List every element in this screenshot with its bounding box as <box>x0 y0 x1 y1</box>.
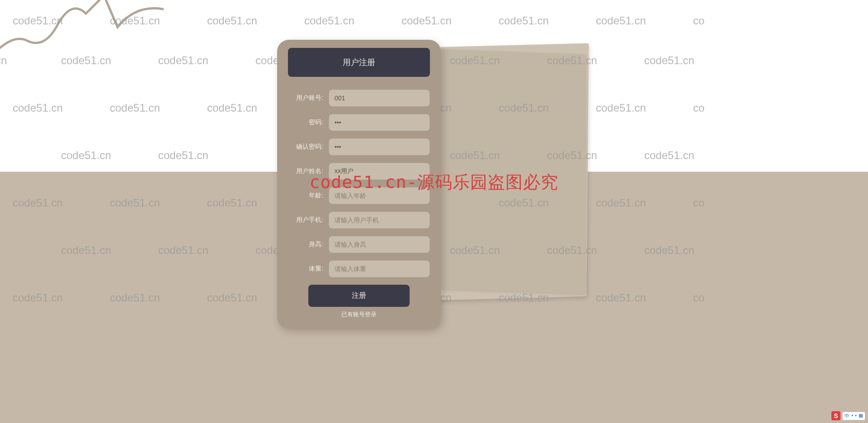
register-button[interactable]: 注册 <box>308 285 410 307</box>
ime-punct: • <box>851 413 853 419</box>
field-row-height: 身高: <box>288 236 430 253</box>
field-row-weight: 体重: <box>288 260 430 277</box>
label-password: 密码: <box>288 118 329 127</box>
input-height[interactable] <box>329 236 430 253</box>
input-confirm-password[interactable] <box>329 138 430 155</box>
field-row-age: 年龄: <box>288 187 430 204</box>
watermark-text: code51.cn <box>596 14 646 27</box>
label-confirm-password: 确认密码: <box>288 143 329 151</box>
label-weight: 体重: <box>288 265 329 273</box>
label-phone: 用户手机: <box>288 216 329 224</box>
watermark-text: code51.cn <box>13 102 63 114</box>
input-age[interactable] <box>329 187 430 204</box>
watermark-text: code51.cn <box>158 149 208 162</box>
ime-emoji: • <box>855 413 857 419</box>
watermark-text: code51.cn <box>207 14 257 27</box>
label-name: 用户姓名: <box>288 167 329 175</box>
field-row-name: 用户姓名: <box>288 163 430 180</box>
field-row-account: 用户账号: <box>288 89 430 107</box>
label-account: 用户账号: <box>288 94 329 102</box>
field-row-confirm: 确认密码: <box>288 138 430 155</box>
input-password[interactable] <box>329 114 430 131</box>
ime-lang: 中 <box>844 413 849 419</box>
watermark-text: code51.cn <box>110 102 160 114</box>
login-link[interactable]: 已有账号登录 <box>288 310 430 319</box>
watermark-text: code51.cn <box>304 14 354 27</box>
watermark-text: code51.cn <box>596 102 646 114</box>
input-weight[interactable] <box>329 260 430 277</box>
watermark-text: co <box>693 102 704 114</box>
form-title: 用户注册 <box>288 48 430 77</box>
decorative-squiggle <box>0 0 172 77</box>
input-phone[interactable] <box>329 212 430 229</box>
field-row-password: 密码: <box>288 114 430 131</box>
watermark-text: co <box>693 14 704 27</box>
input-account[interactable] <box>329 89 430 107</box>
field-row-phone: 用户手机: <box>288 212 430 229</box>
ime-indicator[interactable]: S 中 • • ▦ <box>831 411 865 420</box>
registration-form-panel: 用户注册 用户账号: 密码: 确认密码: 用户姓名: 年龄: 用户手机: 身高:… <box>277 40 441 329</box>
watermark-text: code51.cn <box>61 149 111 162</box>
input-name[interactable] <box>329 163 430 180</box>
watermark-text: code51.cn <box>644 54 694 67</box>
watermark-text: code51.cn <box>401 14 452 27</box>
watermark-text: code51.cn <box>499 14 549 27</box>
label-age: 年龄: <box>288 192 329 200</box>
label-height: 身高: <box>288 240 329 249</box>
ime-keyboard-icon: ▦ <box>859 413 863 419</box>
watermark-text: code51.cn <box>644 149 694 162</box>
ime-status-box[interactable]: 中 • • ▦ <box>842 412 865 420</box>
decorative-paper-front <box>441 49 585 294</box>
sogou-ime-icon: S <box>831 411 840 420</box>
watermark-text: code51.cn <box>207 102 257 114</box>
